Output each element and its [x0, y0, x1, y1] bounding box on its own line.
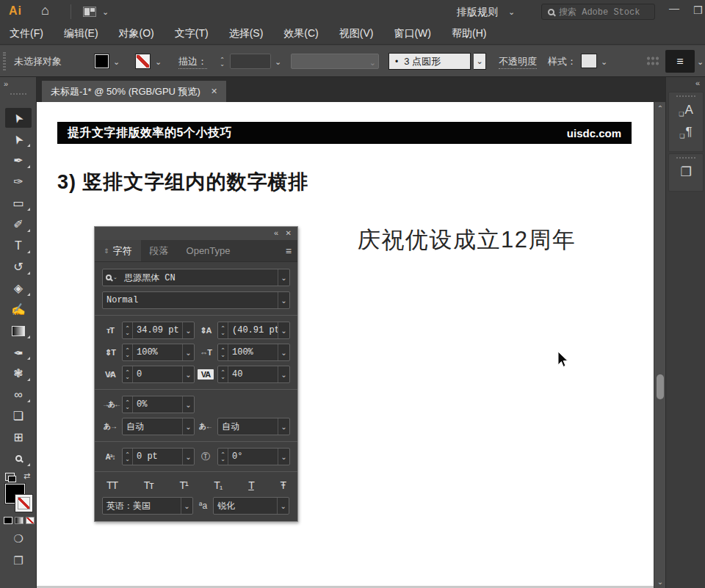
panel-grip[interactable]	[3, 52, 6, 70]
horizontal-scale-stepper[interactable]: ⌃⌄	[218, 344, 228, 360]
font-style-chevron[interactable]: ⌄	[278, 292, 289, 308]
shaper-tool[interactable]: ✍	[0, 299, 37, 320]
char-rotation-stepper[interactable]: ⌃⌄	[218, 449, 228, 465]
document-tab[interactable]: 未标题-1* @ 50% (RGB/GPU 预览) ✕	[42, 81, 226, 102]
fill-color-swatch[interactable]	[94, 54, 109, 69]
kerning-stepper[interactable]: ⌃⌄	[123, 366, 133, 382]
vertical-scale-field[interactable]: ⌃⌄ 100% ⌄	[122, 344, 195, 361]
font-size-field[interactable]: ⌃⌄ 34.09 pt ⌄	[122, 322, 195, 339]
eyedropper-tool[interactable]: ✒	[0, 341, 37, 363]
character-panel-titlebar[interactable]: « ✕	[95, 227, 297, 240]
collapse-panel-icon[interactable]: «	[274, 228, 278, 237]
anti-alias-field[interactable]: 锐化 ⌄	[213, 497, 289, 515]
minimize-button[interactable]: —	[669, 2, 679, 14]
small-caps-button[interactable]: Tᴛ	[144, 479, 153, 491]
aki-left-chevron[interactable]: ⌄	[182, 418, 194, 435]
menu-help[interactable]: 帮助(H)	[452, 27, 486, 40]
stroke-weight-field[interactable]	[230, 54, 271, 69]
language-field[interactable]: 英语：美国 ⌄	[102, 497, 193, 515]
chevron-down-icon[interactable]: ⌄	[113, 58, 120, 66]
tab-character[interactable]: ⇕ 字符	[95, 240, 141, 261]
stroke-label[interactable]: 描边：	[178, 55, 207, 69]
none-button[interactable]	[26, 517, 35, 524]
menu-object[interactable]: 对象(O)	[119, 27, 154, 40]
font-family-field[interactable]: ⌄ 思源黑体 CN ⌄	[102, 269, 290, 286]
tracking-stepper[interactable]: ⌃⌄	[218, 366, 228, 382]
aki-right-chevron[interactable]: ⌄	[278, 418, 289, 435]
font-size-stepper[interactable]: ⌃⌄	[123, 322, 133, 338]
panel-grip[interactable]	[676, 95, 695, 98]
opacity-label[interactable]: 不透明度	[499, 55, 537, 69]
baseline-shift-stepper[interactable]: ⌃⌄	[123, 449, 133, 465]
pen-tool[interactable]: ✒	[0, 150, 37, 171]
character-styles-button[interactable]: ❏ A	[669, 99, 703, 121]
workspace-switcher[interactable]: 排版规则	[457, 6, 498, 19]
screen-mode-icon[interactable]: ❐	[0, 554, 37, 567]
panel-grip[interactable]	[10, 93, 26, 95]
chevron-down-icon[interactable]: ⌄	[102, 8, 109, 16]
tab-opentype[interactable]: OpenType	[178, 240, 239, 261]
width-profile-dropdown[interactable]: • 3 点圆形	[388, 53, 471, 70]
leading-chevron[interactable]: ⌄	[278, 322, 289, 338]
tsume-field[interactable]: ⌃⌄ 0% ⌄	[122, 396, 195, 413]
menu-file[interactable]: 文件(F)	[10, 27, 43, 40]
stroke-weight-stepper[interactable]: ⌃ ⌄	[217, 55, 227, 68]
chevron-down-icon[interactable]: ⌄	[601, 58, 607, 66]
width-profile-chevron[interactable]: ⌄	[474, 53, 486, 70]
zoom-tool[interactable]	[0, 448, 37, 469]
stepper-down-icon[interactable]: ⌄	[220, 62, 225, 66]
leading-field[interactable]: ⌃⌄ (40.91 pt) ⌄	[217, 322, 290, 339]
vertical-scale-chevron[interactable]: ⌄	[182, 344, 194, 360]
curvature-tool[interactable]: ✑	[0, 171, 37, 192]
selection-tool[interactable]: ➤	[0, 107, 37, 128]
tab-paragraph[interactable]: 段落	[141, 240, 178, 261]
underline-button[interactable]: T	[248, 479, 254, 491]
tracking-chevron[interactable]: ⌄	[278, 366, 289, 382]
stroke-color-swatch[interactable]	[135, 54, 151, 69]
subscript-button[interactable]: T₁	[214, 479, 222, 491]
menu-effect[interactable]: 效果(C)	[283, 27, 318, 40]
direct-selection-tool[interactable]: ➤	[0, 128, 37, 150]
menu-view[interactable]: 视图(V)	[339, 27, 374, 40]
panel-grip[interactable]	[676, 157, 695, 159]
gradient-tool[interactable]	[0, 320, 37, 341]
gradient-button[interactable]	[15, 517, 24, 524]
font-style-field[interactable]: Normal ⌄	[102, 291, 290, 309]
scroll-up-icon[interactable]: ⌃	[654, 104, 666, 112]
strikethrough-button[interactable]: Ŧ	[280, 479, 286, 491]
stroke-proxy-swatch[interactable]	[15, 494, 33, 512]
stock-search-input[interactable]: 搜索 Adobe Stock	[541, 4, 655, 20]
default-fill-stroke-icon[interactable]	[5, 473, 15, 481]
vertical-scale-stepper[interactable]: ⌃⌄	[123, 344, 133, 360]
graphic-style-swatch[interactable]	[581, 54, 597, 68]
superscript-button[interactable]: T¹	[179, 479, 187, 491]
type-tool[interactable]: T	[0, 235, 37, 256]
char-rotation-field[interactable]: ⌃⌄ 0° ⌄	[217, 448, 290, 465]
chevron-down-icon[interactable]: ⌄	[508, 8, 515, 16]
language-chevron[interactable]: ⌄	[181, 498, 192, 514]
kerning-field[interactable]: ⌃⌄ 0 ⌄	[122, 366, 195, 383]
vertical-scrollbar[interactable]: ⌃ ⌄	[654, 102, 665, 588]
artboards-button[interactable]: ❐	[669, 161, 703, 183]
kerning-chevron[interactable]: ⌄	[182, 366, 194, 382]
menu-window[interactable]: 窗口(W)	[394, 27, 431, 40]
menu-edit[interactable]: 编辑(E)	[64, 27, 98, 40]
aki-left-field[interactable]: 自动 ⌄	[122, 418, 195, 435]
horizontal-scale-chevron[interactable]: ⌄	[278, 344, 289, 360]
panel-options-button[interactable]: ≡	[665, 50, 695, 73]
tracking-field[interactable]: ⌃⌄ 40 ⌄	[217, 366, 290, 383]
chevron-down-icon[interactable]: ⌄	[275, 58, 281, 66]
font-size-chevron[interactable]: ⌄	[182, 322, 194, 338]
shape-builder-tool[interactable]: ∞	[0, 384, 37, 405]
artboard-tool[interactable]: ❏	[0, 405, 37, 427]
paragraph-styles-button[interactable]: ❏ ¶	[669, 121, 703, 143]
menu-type[interactable]: 文字(T)	[175, 27, 209, 40]
all-caps-button[interactable]: TT	[106, 479, 118, 491]
home-icon[interactable]: ⌂	[41, 3, 49, 18]
swap-fill-stroke-icon[interactable]: ⇄	[24, 471, 30, 481]
panel-menu-icon[interactable]: ≡	[286, 245, 292, 257]
scroll-down-icon[interactable]: ⌄	[654, 578, 666, 586]
char-rotation-chevron[interactable]: ⌄	[278, 449, 289, 465]
menu-select[interactable]: 选择(S)	[229, 27, 264, 40]
tsume-stepper[interactable]: ⌃⌄	[123, 396, 133, 413]
